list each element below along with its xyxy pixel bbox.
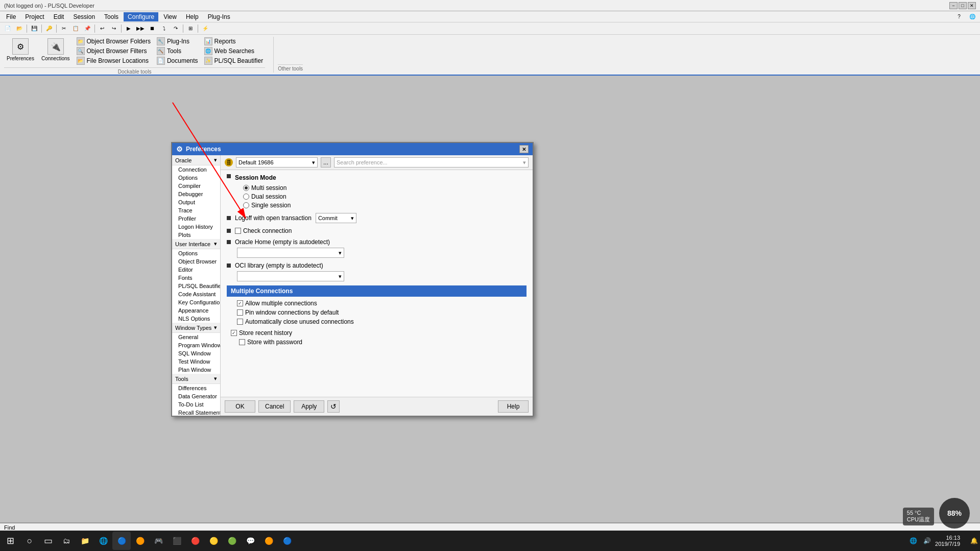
taskbar-clock[interactable]: 16:13 2019/7/19 — [935, 535, 966, 547]
tree-item-options-oracle[interactable]: Options — [172, 174, 220, 182]
menu-file[interactable]: File — [2, 12, 20, 21]
step-over-btn[interactable]: ↷ — [170, 23, 181, 34]
tree-item-output[interactable]: Output — [172, 198, 220, 206]
tree-item-differences[interactable]: Differences — [172, 384, 220, 392]
tree-item-debugger[interactable]: Debugger — [172, 190, 220, 198]
auto-close-checkbox-item[interactable]: Automatically close unused connections — [237, 318, 527, 325]
menu-help[interactable]: Help — [182, 12, 203, 21]
reset-button[interactable]: ↺ — [327, 400, 340, 413]
taskbar-app-7[interactable]: ⬛ — [168, 532, 186, 550]
taskbar-app-10[interactable]: 🟢 — [223, 532, 241, 550]
tree-item-connection[interactable]: Connection — [172, 165, 220, 174]
start-button[interactable]: ⊞ — [0, 531, 20, 551]
help-icon[interactable]: ? — [953, 12, 965, 22]
taskbar-app-4[interactable]: 🔵 — [112, 532, 131, 550]
taskbar-app-13[interactable]: 🔵 — [278, 532, 296, 550]
tree-item-options-ui[interactable]: Options — [172, 249, 220, 257]
documents-item[interactable]: 📄 Documents — [155, 56, 200, 65]
pin-window-checkbox[interactable] — [237, 309, 243, 316]
tree-item-editor[interactable]: Editor — [172, 266, 220, 274]
tree-item-key-configuration[interactable]: Key Configuration — [172, 298, 220, 306]
taskbar-app-2[interactable]: 📁 — [76, 532, 94, 550]
menu-tools[interactable]: Tools — [100, 12, 123, 21]
oci-library-dropdown[interactable]: ▾ — [237, 271, 344, 281]
preferences-ribbon-item[interactable]: ⚙ Preferences — [4, 37, 37, 63]
taskbar-app-11[interactable]: 💬 — [241, 532, 259, 550]
tools-item[interactable]: 🔨 Tools — [155, 46, 200, 56]
redo-btn[interactable]: ↪ — [108, 23, 119, 34]
tree-item-appearance[interactable]: Appearance — [172, 306, 220, 315]
online-icon[interactable]: 🌐 — [967, 12, 978, 22]
oracle-home-dropdown[interactable]: ▾ — [237, 248, 344, 258]
help-button[interactable]: Help — [498, 400, 529, 413]
file-browser-locations-item[interactable]: 📂 File Browser Locations — [75, 56, 153, 65]
cut-btn[interactable]: ✂ — [58, 23, 69, 34]
compile-btn[interactable]: ▶ — [123, 23, 134, 34]
tree-item-fonts[interactable]: Fonts — [172, 274, 220, 282]
taskbar-app-8[interactable]: 🔴 — [186, 532, 204, 550]
paste-btn[interactable]: 📌 — [82, 23, 93, 34]
tree-item-logon-history[interactable]: Logon History — [172, 223, 220, 231]
tree-item-compiler[interactable]: Compiler — [172, 182, 220, 190]
notification-icon[interactable]: 🔔 — [968, 537, 980, 544]
allow-multiple-checkbox-item[interactable]: Allow multiple connections — [237, 300, 527, 307]
connections-ribbon-item[interactable]: 🔌 Connections — [39, 37, 73, 63]
search-box[interactable]: Search preference... ▾ — [334, 157, 529, 167]
menu-project[interactable]: Project — [21, 12, 48, 21]
search-taskbar-icon[interactable]: ○ — [20, 532, 39, 550]
ok-button[interactable]: OK — [225, 400, 255, 413]
open-btn[interactable]: 📂 — [14, 23, 25, 34]
menu-view[interactable]: View — [159, 12, 181, 21]
plug-ins-item[interactable]: 🔧 Plug-Ins — [155, 37, 200, 46]
maximize-button[interactable]: □ — [959, 2, 967, 9]
network-icon[interactable]: 🌐 — [907, 537, 919, 544]
tree-item-general[interactable]: General — [172, 333, 220, 341]
tree-item-test-window[interactable]: Test Window — [172, 357, 220, 366]
connection-dropdown[interactable]: Default 19686 ▾ — [236, 157, 318, 167]
tree-group-window-types[interactable]: Window Types ▾ — [172, 323, 220, 333]
menu-plugins[interactable]: Plug-Ins — [204, 12, 234, 21]
extra-btn[interactable]: ⚡ — [200, 23, 211, 34]
pin-window-checkbox-item[interactable]: Pin window connections by default — [237, 309, 527, 316]
tree-item-todo-list[interactable]: To-Do List — [172, 400, 220, 409]
apply-button[interactable]: Apply — [294, 400, 324, 413]
tree-item-program-window[interactable]: Program Window — [172, 341, 220, 349]
radio-multi-session-circle[interactable] — [243, 185, 249, 191]
task-view-icon[interactable]: ▭ — [39, 532, 57, 550]
tree-item-object-browser[interactable]: Object Browser — [172, 257, 220, 266]
dialog-close-button[interactable]: ✕ — [519, 145, 529, 153]
tree-item-profiler[interactable]: Profiler — [172, 214, 220, 223]
minimize-button[interactable]: − — [949, 2, 958, 9]
menu-session[interactable]: Session — [69, 12, 99, 21]
taskbar-app-9[interactable]: 🟡 — [204, 532, 223, 550]
tree-item-nls-options[interactable]: NLS Options — [172, 315, 220, 323]
cancel-button[interactable]: Cancel — [258, 400, 291, 413]
print-btn[interactable]: 🔑 — [43, 23, 55, 34]
new-btn[interactable]: 📄 — [2, 23, 13, 34]
taskbar-app-1[interactable]: 🗂 — [57, 532, 76, 550]
store-password-checkbox-item[interactable]: Store with password — [239, 339, 302, 346]
tree-item-recall-statement[interactable]: Recall Statement — [172, 409, 220, 416]
window-close-button[interactable]: ✕ — [968, 2, 976, 9]
save-btn[interactable]: 💾 — [29, 23, 40, 34]
plsql-beautifier-item[interactable]: ✨ PL/SQL Beautifier — [202, 56, 266, 65]
volume-icon[interactable]: 🔊 — [921, 537, 933, 544]
object-browser-folders-item[interactable]: 📁 Object Browser Folders — [75, 37, 153, 46]
store-password-checkbox[interactable] — [239, 339, 245, 345]
taskbar-app-6[interactable]: 🎮 — [149, 532, 168, 550]
radio-dual-session[interactable]: Dual session — [243, 193, 291, 200]
reports-item[interactable]: 📊 Reports — [202, 37, 266, 46]
radio-single-session[interactable]: Single session — [243, 202, 291, 209]
tree-item-plsql-beautifier-pref[interactable]: PL/SQL Beautifier — [172, 282, 220, 290]
logoff-dropdown[interactable]: Commit ▾ — [316, 213, 356, 223]
menu-edit[interactable]: Edit — [50, 12, 68, 21]
undo-btn[interactable]: ↩ — [97, 23, 108, 34]
radio-multi-session[interactable]: Multi session — [243, 184, 291, 191]
taskbar-app-5[interactable]: 🟠 — [131, 532, 149, 550]
store-history-checkbox-item[interactable]: Store recent history — [231, 329, 292, 337]
run-btn[interactable]: ▶▶ — [135, 23, 146, 34]
store-history-checkbox[interactable] — [231, 330, 237, 336]
check-connection-checkbox-item[interactable]: Check connection — [235, 227, 292, 234]
check-connection-checkbox[interactable] — [235, 228, 241, 234]
auto-close-checkbox[interactable] — [237, 319, 243, 325]
